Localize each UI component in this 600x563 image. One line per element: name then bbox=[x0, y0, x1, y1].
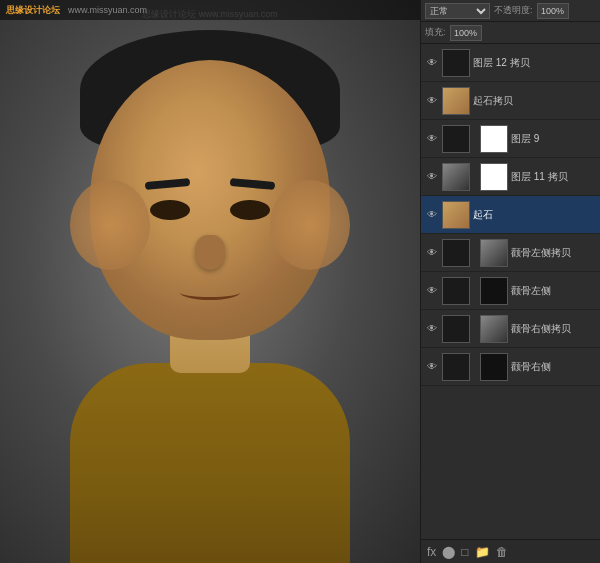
layer-name: 颧骨右侧拷贝 bbox=[511, 322, 596, 336]
layer-thumbnail bbox=[442, 163, 470, 191]
fx-button[interactable]: fx bbox=[427, 545, 436, 559]
layer-name: 颧骨右侧 bbox=[511, 360, 596, 374]
layer-mask bbox=[480, 315, 508, 343]
new-group-button[interactable]: 📁 bbox=[475, 545, 490, 559]
layer-item[interactable]: 👁 颧骨右侧 bbox=[421, 348, 600, 386]
canvas-area: 思缘设计论坛 www.missyuan.com 思缘设计论坛 www.missy… bbox=[0, 0, 420, 563]
layer-thumbnail bbox=[442, 277, 470, 305]
layer-mask bbox=[480, 125, 508, 153]
chain-icon bbox=[471, 315, 479, 343]
layer-name: 颧骨左侧 bbox=[511, 284, 596, 298]
chain-icon bbox=[471, 125, 479, 153]
layers-list: 👁 图层 12 拷贝 👁 起石拷贝 👁 图层 9 bbox=[421, 44, 600, 539]
layer-name: 图层 12 拷贝 bbox=[473, 56, 596, 70]
layers-bottom-toolbar: fx ⬤ □ 📁 🗑 bbox=[421, 539, 600, 563]
layer-item[interactable]: 👁 颧骨左侧拷贝 bbox=[421, 234, 600, 272]
opacity-input[interactable] bbox=[537, 3, 569, 19]
site-url-label: www.missyuan.com bbox=[68, 5, 147, 15]
site-name-label: 思缘设计论坛 bbox=[6, 4, 60, 17]
layer-thumbnail bbox=[442, 315, 470, 343]
opacity-label: 不透明度: bbox=[494, 4, 533, 17]
app-container: 思缘设计论坛 www.missyuan.com 思缘设计论坛 www.missy… bbox=[0, 0, 600, 563]
fill-label: 填充: bbox=[425, 26, 446, 39]
head bbox=[80, 30, 340, 330]
eye-left bbox=[150, 200, 190, 220]
eyebrow-right bbox=[230, 178, 276, 190]
blend-mode-select[interactable]: 正常 bbox=[425, 3, 490, 19]
nose bbox=[195, 235, 225, 270]
visibility-icon[interactable]: 👁 bbox=[425, 322, 439, 336]
layer-thumbnail bbox=[442, 87, 470, 115]
cheek-left bbox=[70, 180, 150, 270]
layer-item[interactable]: 👁 图层 11 拷贝 bbox=[421, 158, 600, 196]
chain-icon bbox=[471, 239, 479, 267]
layer-thumb-group bbox=[442, 315, 508, 343]
visibility-icon[interactable]: 👁 bbox=[425, 360, 439, 374]
chain-icon bbox=[471, 277, 479, 305]
cheek-right bbox=[270, 180, 350, 270]
layer-thumbnail bbox=[442, 239, 470, 267]
canvas-top-bar: 思缘设计论坛 www.missyuan.com bbox=[0, 0, 420, 20]
visibility-icon[interactable]: 👁 bbox=[425, 56, 439, 70]
layer-name: 颧骨左侧拷贝 bbox=[511, 246, 596, 260]
canvas-image: 思缘设计论坛 www.missyuan.com 思缘设计论坛 www.missy… bbox=[0, 0, 420, 563]
layer-mask bbox=[480, 277, 508, 305]
top-blend-row: 正常 不透明度: bbox=[421, 0, 600, 22]
visibility-icon[interactable]: 👁 bbox=[425, 132, 439, 146]
layer-thumbnail bbox=[442, 201, 470, 229]
delete-layer-button[interactable]: 🗑 bbox=[496, 545, 508, 559]
layer-thumbnail bbox=[442, 353, 470, 381]
chain-icon bbox=[471, 163, 479, 191]
visibility-icon[interactable]: 👁 bbox=[425, 284, 439, 298]
face-scene: 思缘设计论坛 www.missyuan.com 思缘设计论坛 www.missy… bbox=[0, 0, 420, 563]
layer-item[interactable]: 👁 图层 9 bbox=[421, 120, 600, 158]
layer-item[interactable]: 👁 起石拷贝 bbox=[421, 82, 600, 120]
visibility-icon[interactable]: 👁 bbox=[425, 170, 439, 184]
eyebrow-left bbox=[145, 178, 191, 190]
layer-mask bbox=[480, 239, 508, 267]
layer-item[interactable]: 👁 图层 12 拷贝 bbox=[421, 44, 600, 82]
layer-item[interactable]: 👁 颧骨左侧 bbox=[421, 272, 600, 310]
layer-name: 起石 bbox=[473, 208, 596, 222]
layer-thumbnail bbox=[442, 49, 470, 77]
layer-thumb-group bbox=[442, 277, 508, 305]
visibility-icon[interactable]: 👁 bbox=[425, 246, 439, 260]
layer-thumb-group bbox=[442, 353, 508, 381]
layer-item[interactable]: 👁 颧骨右侧拷贝 bbox=[421, 310, 600, 348]
layer-thumbnail bbox=[442, 125, 470, 153]
layer-thumb-group bbox=[442, 125, 508, 153]
layer-name: 图层 11 拷贝 bbox=[511, 170, 596, 184]
layer-name: 图层 9 bbox=[511, 132, 596, 146]
layer-mask bbox=[480, 353, 508, 381]
fill-input[interactable] bbox=[450, 25, 482, 41]
person-body bbox=[70, 363, 350, 563]
chain-icon bbox=[471, 353, 479, 381]
visibility-icon[interactable]: 👁 bbox=[425, 94, 439, 108]
fill-row: 填充: bbox=[421, 22, 600, 44]
layer-name: 起石拷贝 bbox=[473, 94, 596, 108]
mouth bbox=[180, 285, 240, 300]
new-layer-button[interactable]: □ bbox=[461, 545, 468, 559]
eye-right bbox=[230, 200, 270, 220]
right-panel: 正常 不透明度: 填充: 👁 图层 12 拷贝 👁 起石拷贝 bbox=[420, 0, 600, 563]
face-oval bbox=[90, 60, 330, 340]
new-fill-layer-button[interactable]: ⬤ bbox=[442, 545, 455, 559]
visibility-icon[interactable]: 👁 bbox=[425, 208, 439, 222]
layer-mask bbox=[480, 163, 508, 191]
layer-thumb-group bbox=[442, 239, 508, 267]
layer-item-active[interactable]: 👁 起石 bbox=[421, 196, 600, 234]
layer-thumb-group bbox=[442, 163, 508, 191]
